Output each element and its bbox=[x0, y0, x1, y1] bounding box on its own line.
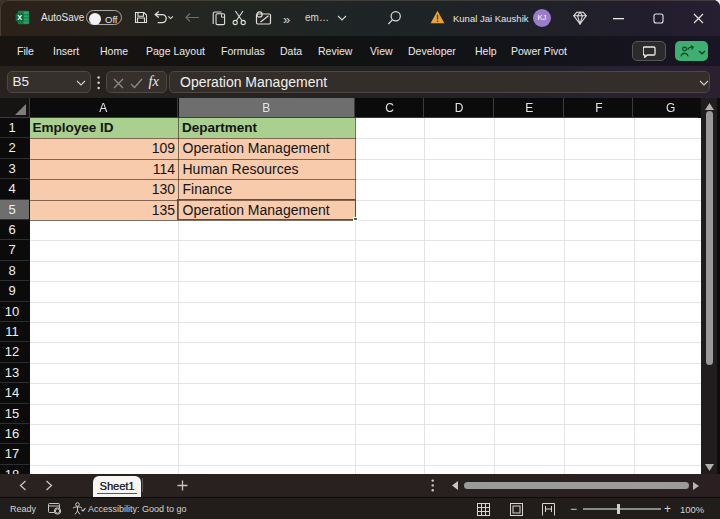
svg-text:X: X bbox=[17, 13, 22, 22]
